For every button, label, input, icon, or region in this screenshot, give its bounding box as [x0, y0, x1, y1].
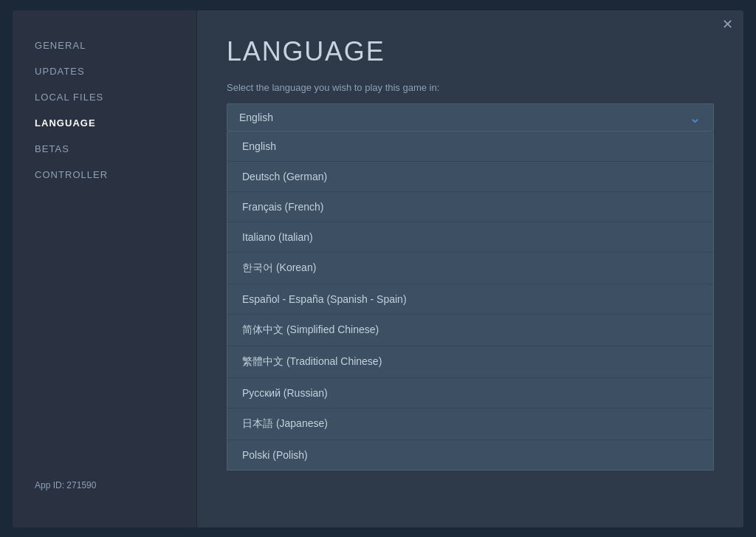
- close-button[interactable]: ✕: [722, 18, 733, 31]
- sidebar-item-general[interactable]: GENERAL: [13, 33, 196, 58]
- sidebar-item-controller[interactable]: CONTROLLER: [13, 162, 196, 188]
- dropdown-option[interactable]: 繁體中文 (Traditional Chinese): [227, 346, 713, 378]
- sidebar-item-betas[interactable]: BETAS: [13, 136, 196, 162]
- dropdown-option[interactable]: 한국어 (Korean): [227, 253, 713, 284]
- dropdown-option[interactable]: Español - España (Spanish - Spain): [227, 284, 713, 315]
- app-id: App ID: 271590: [13, 465, 196, 505]
- selected-language-label: English: [239, 112, 273, 123]
- dropdown-option[interactable]: Polski (Polish): [227, 440, 713, 470]
- main-content: LANGUAGE Select the language you wish to…: [197, 10, 743, 527]
- chevron-down-icon: ⌄: [689, 112, 701, 123]
- page-title: LANGUAGE: [227, 36, 714, 67]
- language-dropdown[interactable]: English ⌄ EnglishDeutsch (German)Françai…: [227, 103, 714, 131]
- dropdown-option[interactable]: 简体中文 (Simplified Chinese): [227, 315, 713, 346]
- dropdown-option[interactable]: 日本語 (Japanese): [227, 408, 713, 440]
- dropdown-option[interactable]: English: [227, 131, 713, 162]
- sidebar-item-language[interactable]: LANGUAGE: [13, 110, 196, 136]
- dropdown-option[interactable]: Français (French): [227, 192, 713, 222]
- dropdown-selected[interactable]: English ⌄: [227, 103, 714, 131]
- sidebar: GENERALUPDATESLOCAL FILESLANGUAGEBETASCO…: [13, 10, 197, 527]
- dialog: ✕ GENERALUPDATESLOCAL FILESLANGUAGEBETAS…: [13, 10, 743, 527]
- sidebar-item-local-files[interactable]: LOCAL FILES: [13, 84, 196, 110]
- sidebar-item-updates[interactable]: UPDATES: [13, 58, 196, 84]
- subtitle: Select the language you wish to play thi…: [227, 82, 714, 93]
- dropdown-list[interactable]: EnglishDeutsch (German)Français (French)…: [227, 131, 714, 471]
- dropdown-option[interactable]: Italiano (Italian): [227, 222, 713, 253]
- dropdown-option[interactable]: Deutsch (German): [227, 162, 713, 192]
- dropdown-option[interactable]: Русский (Russian): [227, 378, 713, 408]
